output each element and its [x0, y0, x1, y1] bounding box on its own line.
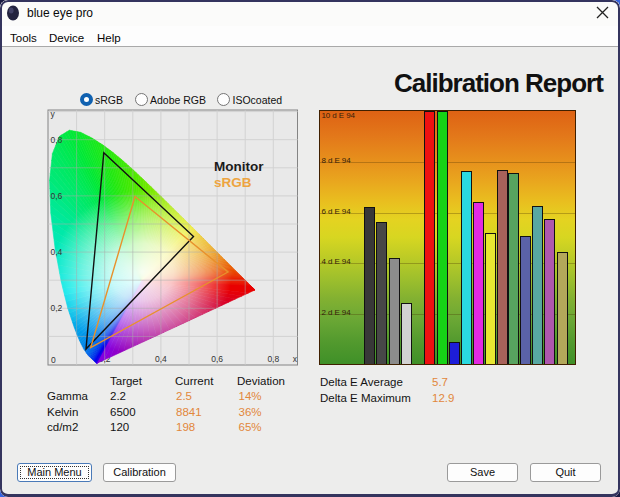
svg-text:0,4: 0,4: [155, 354, 167, 364]
svg-text:0,4: 0,4: [51, 247, 63, 257]
svg-text:0,6: 0,6: [211, 354, 223, 364]
svg-text:sRGB: sRGB: [214, 175, 252, 190]
svg-text:0,2: 0,2: [51, 303, 63, 313]
svg-text:0: 0: [51, 355, 56, 365]
svg-text:0,8: 0,8: [51, 135, 63, 145]
svg-text:0,6: 0,6: [51, 191, 63, 201]
svg-text:Monitor: Monitor: [214, 159, 264, 174]
svg-text:0,8: 0,8: [267, 354, 279, 364]
